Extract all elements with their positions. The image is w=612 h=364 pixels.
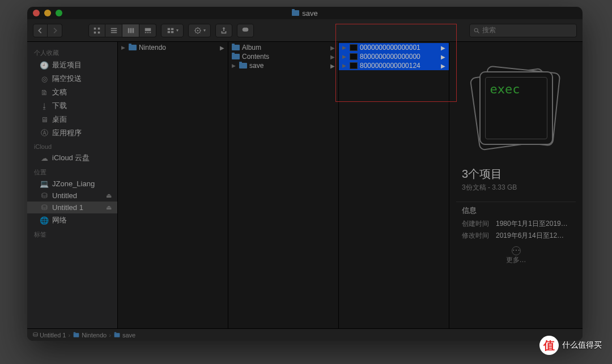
preview-subtitle: 3份文稿 - 3.33 GB bbox=[456, 182, 576, 198]
svg-rect-10 bbox=[144, 28, 151, 31]
column-row[interactable]: ▶8000000000000000▶ bbox=[339, 52, 449, 61]
chevron-right-icon: ▶ bbox=[330, 45, 335, 51]
globe-icon: 🌐 bbox=[40, 216, 49, 225]
toolbar: ▾ ▾ 搜索 bbox=[27, 19, 583, 42]
folder-icon bbox=[74, 333, 79, 337]
chevron-right-icon: ▶ bbox=[330, 54, 335, 60]
watermark-text: 什么值得买 bbox=[562, 340, 602, 350]
row-label: Contents bbox=[242, 53, 269, 61]
column-row[interactable]: ▶8000000000000124▶ bbox=[339, 61, 449, 70]
exec-icon bbox=[350, 44, 358, 51]
folder-icon bbox=[292, 10, 299, 16]
sidebar-item-label: 隔空投送 bbox=[52, 74, 82, 84]
info-value: 2019年6月14日至12月2日 bbox=[496, 231, 570, 241]
folder-icon bbox=[232, 54, 240, 59]
cloud-icon: ☁ bbox=[40, 154, 49, 162]
svg-point-20 bbox=[474, 28, 478, 32]
column-row[interactable]: ▶Nintendo▶ bbox=[118, 43, 228, 52]
preview-pane: exec 3个项目 3份文稿 - 3.33 GB 信息 创建时间1980年1月1… bbox=[449, 42, 583, 328]
path-bar: ⛁Untitled 1›Nintendo›save bbox=[27, 328, 583, 341]
sidebar-item[interactable]: 💻JZone_Liang bbox=[27, 178, 117, 190]
close-window-button[interactable] bbox=[33, 10, 40, 16]
disk-icon: ⛁ bbox=[40, 191, 49, 200]
row-label: 8000000000000000 bbox=[360, 53, 420, 61]
sidebar-item-label: 网络 bbox=[52, 215, 67, 225]
path-item[interactable]: Nintendo bbox=[73, 332, 107, 339]
disk-icon: ⛁ bbox=[33, 331, 38, 339]
airdrop-icon: ◎ bbox=[40, 75, 49, 83]
sidebar: 个人收藏🕘最近项目◎隔空投送🗎文稿⭳下载🖥桌面Ⓐ应用程序iCloud☁iClou… bbox=[27, 42, 118, 328]
sidebar-item-label: 最近项目 bbox=[52, 60, 82, 70]
sidebar-section-header: iCloud bbox=[27, 140, 117, 151]
preview-more[interactable]: ⋯ 更多… bbox=[456, 246, 576, 265]
column-row[interactable]: Contents▶ bbox=[228, 52, 338, 61]
column-2[interactable]: ▶0000000000000001▶▶8000000000000000▶▶800… bbox=[339, 42, 449, 328]
column-browser: ▶Nintendo▶ Album▶Contents▶▶save▶ ▶000000… bbox=[118, 42, 583, 328]
sidebar-item[interactable]: 🗎文稿 bbox=[27, 85, 117, 99]
column-row[interactable]: ▶save▶ bbox=[228, 61, 338, 70]
preview-info-row: 创建时间1980年1月1日至2019年6… bbox=[456, 218, 576, 230]
group-by-dropdown[interactable]: ▾ bbox=[161, 24, 184, 37]
sidebar-item[interactable]: ⭳下载 bbox=[27, 99, 117, 113]
eject-icon[interactable]: ⏏ bbox=[106, 192, 112, 199]
action-dropdown[interactable]: ▾ bbox=[188, 24, 211, 37]
sidebar-item[interactable]: ⛁Untitled⏏ bbox=[27, 190, 117, 202]
exec-icon bbox=[350, 53, 358, 60]
preview-info-row: 修改时间2019年6月14日至12月2日 bbox=[456, 230, 576, 242]
info-value: 1980年1月1日至2019年6… bbox=[496, 219, 570, 229]
share-button[interactable] bbox=[215, 24, 232, 37]
search-field[interactable]: 搜索 bbox=[469, 24, 577, 37]
info-key: 修改时间 bbox=[462, 231, 496, 241]
chevron-right-icon: ▶ bbox=[220, 45, 224, 51]
view-mode-segmented bbox=[88, 24, 156, 37]
sidebar-item[interactable]: 🌐网络 bbox=[27, 213, 117, 227]
svg-point-19 bbox=[197, 29, 198, 31]
svg-rect-13 bbox=[149, 32, 151, 33]
back-button[interactable] bbox=[33, 24, 48, 37]
path-item[interactable]: save bbox=[113, 332, 135, 339]
sidebar-item[interactable]: 🕘最近项目 bbox=[27, 58, 117, 72]
exec-icon bbox=[350, 62, 358, 69]
window-body: 个人收藏🕘最近项目◎隔空投送🗎文稿⭳下载🖥桌面Ⓐ应用程序iCloud☁iClou… bbox=[27, 42, 583, 328]
forward-button[interactable] bbox=[48, 24, 62, 37]
sidebar-item[interactable]: ☁iCloud 云盘 bbox=[27, 151, 117, 165]
sidebar-item[interactable]: ⛁Untitled 1⏏ bbox=[27, 202, 117, 213]
svg-rect-14 bbox=[167, 28, 169, 30]
tags-button[interactable] bbox=[237, 24, 254, 37]
sidebar-item[interactable]: ◎隔空投送 bbox=[27, 72, 117, 85]
svg-rect-6 bbox=[110, 32, 117, 33]
sidebar-item-label: 文稿 bbox=[52, 87, 67, 97]
info-key: 创建时间 bbox=[462, 219, 496, 229]
chevron-right-icon: ▶ bbox=[441, 45, 445, 51]
sidebar-item[interactable]: 🖥桌面 bbox=[27, 113, 117, 126]
row-label: save bbox=[249, 62, 264, 70]
view-list-button[interactable] bbox=[105, 24, 122, 37]
view-icon-button[interactable] bbox=[88, 24, 105, 37]
column-0[interactable]: ▶Nintendo▶ bbox=[118, 42, 228, 328]
folder-icon bbox=[239, 63, 247, 68]
svg-rect-16 bbox=[167, 31, 169, 33]
sidebar-item[interactable]: Ⓐ应用程序 bbox=[27, 126, 117, 140]
folder-icon bbox=[232, 45, 240, 50]
clock-icon: 🕘 bbox=[40, 61, 49, 70]
svg-rect-0 bbox=[94, 27, 96, 29]
sidebar-item-label: 下载 bbox=[52, 101, 67, 111]
view-gallery-button[interactable] bbox=[139, 24, 156, 37]
svg-rect-1 bbox=[98, 27, 100, 29]
eject-icon[interactable]: ⏏ bbox=[106, 204, 112, 211]
fullscreen-window-button[interactable] bbox=[56, 10, 62, 16]
row-label: 8000000000000124 bbox=[360, 62, 420, 70]
column-row[interactable]: Album▶ bbox=[228, 43, 338, 52]
column-1[interactable]: Album▶Contents▶▶save▶ bbox=[228, 42, 339, 328]
exec-label: exec bbox=[490, 82, 520, 96]
svg-rect-4 bbox=[110, 28, 117, 29]
chevron-right-icon: ▶ bbox=[441, 63, 445, 69]
minimize-window-button[interactable] bbox=[44, 10, 51, 16]
view-columns-button[interactable] bbox=[122, 24, 139, 37]
download-icon: ⭳ bbox=[40, 102, 49, 110]
folder-icon bbox=[114, 333, 120, 337]
svg-rect-3 bbox=[98, 31, 100, 33]
path-item[interactable]: ⛁Untitled 1 bbox=[33, 331, 66, 339]
column-row[interactable]: ▶0000000000000001▶ bbox=[339, 43, 449, 52]
chevron-right-icon: ▶ bbox=[441, 54, 445, 60]
